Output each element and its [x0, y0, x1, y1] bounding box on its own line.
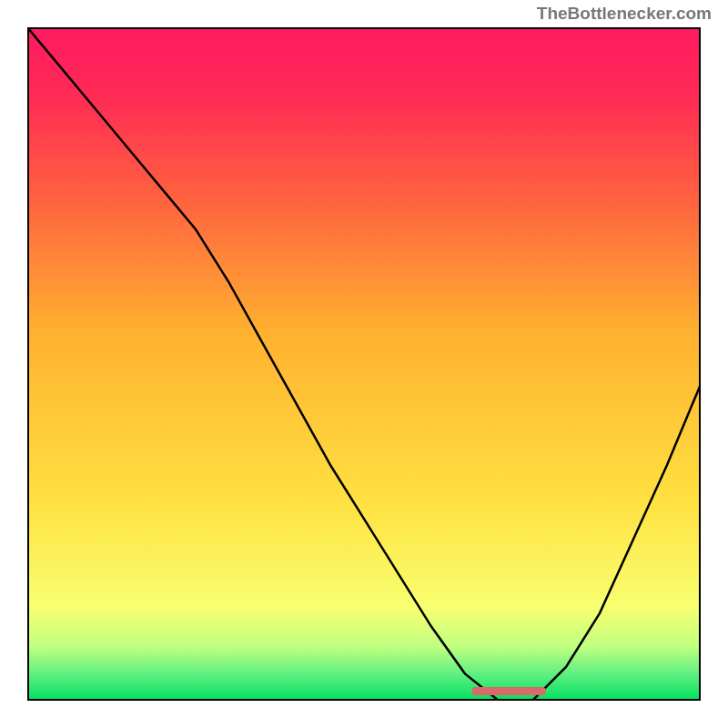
bottleneck-chart: [27, 27, 701, 701]
optimum-marker: [471, 687, 545, 695]
chart-plot-area: [27, 27, 701, 701]
watermark-text: TheBottlenecker.com: [537, 4, 712, 24]
chart-background: [27, 27, 701, 701]
